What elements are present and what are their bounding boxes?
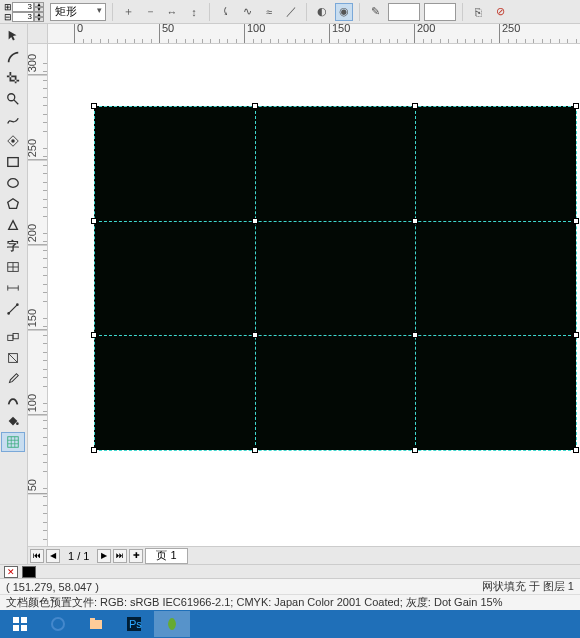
- property-bar: ⊞ ▲▼ ⊟ ▲▼ 矩形 ＋ － ↔ ↕ ⤹ ∿ ≈ ／ ◐ ◉ ✎ ⎘ ⊘: [0, 0, 580, 24]
- shape-tool[interactable]: [1, 47, 25, 67]
- mesh-grid-spinners: ⊞ ▲▼ ⊟ ▲▼: [4, 2, 44, 22]
- blend-tool[interactable]: [1, 327, 25, 347]
- mesh-node[interactable]: [412, 332, 418, 338]
- freehand-tool[interactable]: [1, 110, 25, 130]
- main-area: 字 050100150200250300 30025020015010050 ⏮…: [0, 24, 580, 564]
- horizontal-ruler[interactable]: 050100150200250300: [48, 24, 580, 44]
- rectangle-tool[interactable]: [1, 152, 25, 172]
- transparency-input[interactable]: [388, 3, 420, 21]
- svg-text:Ps: Ps: [129, 618, 142, 630]
- edge-taskbar-button[interactable]: [40, 611, 76, 637]
- basic-shapes-tool[interactable]: [1, 215, 25, 235]
- node-delete-button[interactable]: －: [141, 3, 159, 21]
- svg-point-16: [52, 618, 64, 630]
- clear-mesh-button[interactable]: ⊘: [491, 3, 509, 21]
- svg-point-0: [8, 94, 15, 101]
- smart-fill-tool[interactable]: [1, 131, 25, 151]
- separator: [359, 3, 360, 21]
- mesh-node[interactable]: [252, 447, 258, 453]
- connector-tool[interactable]: [1, 299, 25, 319]
- separator: [306, 3, 307, 21]
- mesh-node[interactable]: [412, 103, 418, 109]
- outline-tool[interactable]: [1, 390, 25, 410]
- dimension-tool[interactable]: [1, 278, 25, 298]
- mesh-node[interactable]: [91, 218, 97, 224]
- copy-mesh-button[interactable]: ⎘: [469, 3, 487, 21]
- zoom-tool[interactable]: [1, 89, 25, 109]
- toolbox-separator: [1, 320, 26, 326]
- node-align-button[interactable]: ↕: [185, 3, 203, 21]
- interactive-fill-tool[interactable]: [1, 432, 25, 452]
- crop-tool[interactable]: [1, 68, 25, 88]
- mesh-row-line[interactable]: [94, 450, 576, 451]
- curve-symmetric-button[interactable]: ≈: [260, 3, 278, 21]
- mesh-cols-input[interactable]: [12, 2, 34, 12]
- svg-point-1: [11, 139, 15, 143]
- mesh-column-line[interactable]: [255, 106, 256, 450]
- mesh-node[interactable]: [573, 218, 579, 224]
- svg-rect-15: [21, 625, 27, 631]
- explorer-taskbar-button[interactable]: [78, 611, 114, 637]
- node-add-button[interactable]: ＋: [119, 3, 137, 21]
- mesh-node[interactable]: [252, 332, 258, 338]
- mesh-fill-object[interactable]: [94, 106, 576, 450]
- ruler-corner[interactable]: [28, 24, 48, 44]
- selection-shape-dropdown[interactable]: 矩形: [50, 3, 106, 21]
- text-tool[interactable]: 字: [1, 236, 25, 256]
- page-tab-1[interactable]: 页 1: [145, 548, 187, 564]
- mesh-column-line[interactable]: [576, 106, 577, 450]
- mesh-node[interactable]: [412, 447, 418, 453]
- fill-color-swatch[interactable]: [22, 566, 36, 578]
- canvas[interactable]: [48, 44, 580, 546]
- pick-tool[interactable]: [1, 26, 25, 46]
- transparency-tool[interactable]: [1, 348, 25, 368]
- curve-smooth-button[interactable]: ∿: [238, 3, 256, 21]
- table-tool[interactable]: [1, 257, 25, 277]
- coreldraw-taskbar-button[interactable]: [154, 611, 190, 637]
- mesh-row-line[interactable]: [94, 221, 576, 222]
- curve-cusp-button[interactable]: ⤹: [216, 3, 234, 21]
- mesh-node[interactable]: [573, 103, 579, 109]
- mesh-node[interactable]: [91, 332, 97, 338]
- mesh-node[interactable]: [252, 103, 258, 109]
- mesh-row-line[interactable]: [94, 106, 576, 107]
- prev-page-button[interactable]: ◀: [46, 549, 60, 563]
- eyedropper-tool[interactable]: [1, 369, 25, 389]
- vertical-ruler[interactable]: 30025020015010050: [28, 44, 48, 546]
- mesh-column-line[interactable]: [415, 106, 416, 450]
- mesh-row-line[interactable]: [94, 335, 576, 336]
- mesh-node[interactable]: [412, 218, 418, 224]
- last-page-button[interactable]: ⏭: [113, 549, 127, 563]
- ellipse-tool[interactable]: [1, 173, 25, 193]
- smooth-mesh-button[interactable]: ◐: [313, 3, 331, 21]
- object-color-row: ✕: [0, 564, 580, 578]
- first-page-button[interactable]: ⏮: [30, 549, 44, 563]
- mesh-node[interactable]: [573, 447, 579, 453]
- polygon-tool[interactable]: [1, 194, 25, 214]
- ruler-h-tick: 200: [414, 24, 435, 43]
- ruler-v-tick: 150: [28, 309, 47, 330]
- node-move-button[interactable]: ↔: [163, 3, 181, 21]
- svg-rect-14: [13, 625, 19, 631]
- mesh-column-line[interactable]: [94, 106, 95, 450]
- separator: [112, 3, 113, 21]
- mesh-node[interactable]: [91, 447, 97, 453]
- mesh-node[interactable]: [91, 103, 97, 109]
- mesh-color-button[interactable]: ◉: [335, 3, 353, 21]
- fill-tool[interactable]: [1, 411, 25, 431]
- no-fill-swatch[interactable]: ✕: [4, 566, 18, 578]
- curve-line-button[interactable]: ／: [282, 3, 300, 21]
- mesh-node[interactable]: [252, 218, 258, 224]
- svg-rect-18: [90, 618, 95, 621]
- next-page-button[interactable]: ▶: [97, 549, 111, 563]
- eyedropper-button[interactable]: ✎: [366, 3, 384, 21]
- mesh-rows-down[interactable]: ▼: [34, 17, 44, 22]
- mesh-node[interactable]: [573, 332, 579, 338]
- mesh-rows-input[interactable]: [12, 12, 34, 22]
- add-page-button[interactable]: ✚: [129, 549, 143, 563]
- photoshop-taskbar-button[interactable]: Ps: [116, 611, 152, 637]
- ruler-v-tick: 200: [28, 224, 47, 245]
- start-button[interactable]: [2, 611, 38, 637]
- separator: [209, 3, 210, 21]
- gridlines-input[interactable]: [424, 3, 456, 21]
